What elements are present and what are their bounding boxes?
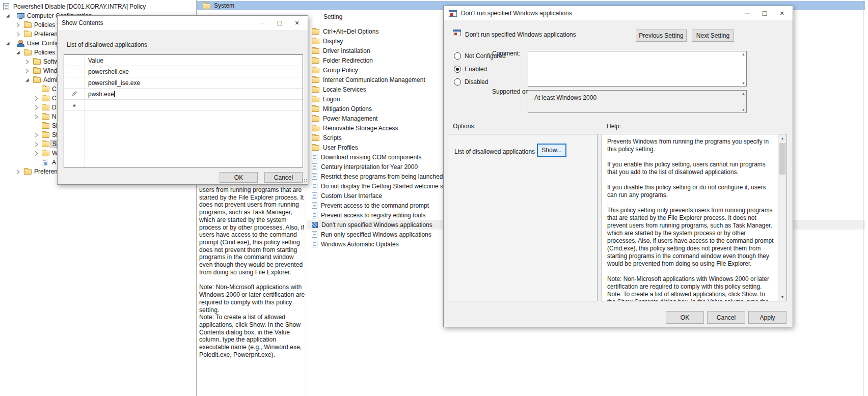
expand-chevron-icon[interactable]	[15, 32, 20, 37]
folder-icon	[24, 22, 32, 28]
row-selector-cell[interactable]	[64, 66, 85, 77]
previous-setting-button[interactable]: Previous Setting	[636, 30, 687, 42]
cancel-button[interactable]: Cancel	[264, 172, 303, 183]
policy-description-text: users from running programs that are sta…	[199, 186, 305, 358]
settings-item-label: Driver Installation	[323, 47, 370, 54]
show-button[interactable]: Show...	[537, 144, 566, 157]
maximize-icon[interactable]: □	[756, 7, 773, 20]
maximize-icon[interactable]: □	[271, 16, 288, 30]
scroll-up-icon[interactable]: ▲	[742, 52, 745, 56]
row-selector-header	[64, 55, 85, 66]
tree-item-label: A	[50, 159, 58, 166]
scroll-up-icon[interactable]: ▲	[778, 134, 786, 142]
settings-item-label: Custom User Interface	[321, 192, 382, 200]
help-paragraph: Note: To create a list of allowed applic…	[607, 291, 774, 301]
radio-circle-icon	[454, 52, 461, 60]
show-contents-titlebar[interactable]: Show Contents ─ □ ×	[58, 16, 308, 30]
cancel-button[interactable]: Cancel	[707, 311, 745, 324]
expand-chevron-icon[interactable]	[34, 142, 39, 147]
value-table-row[interactable]: pwsh.exe	[64, 89, 303, 100]
setting-column-header[interactable]: Setting	[323, 13, 342, 20]
scroll-down-icon[interactable]: ▼	[742, 81, 745, 85]
value-cell[interactable]: powershell.exe	[85, 68, 129, 75]
radio-disabled[interactable]: Disabled	[454, 78, 489, 86]
expand-chevron-icon[interactable]	[34, 114, 39, 119]
ok-button[interactable]: OK	[666, 311, 704, 324]
expand-chevron-icon[interactable]	[34, 105, 39, 110]
tree-item[interactable]: Powershell Disable [DC01.KORAY.INTRA] Po…	[0, 2, 196, 11]
row-selector-cell[interactable]	[64, 77, 85, 88]
apply-button[interactable]: Apply	[748, 311, 786, 324]
ok-button[interactable]: OK	[220, 172, 258, 183]
folder-icon	[312, 39, 319, 44]
expand-chevron-icon[interactable]	[15, 169, 20, 174]
collapse-chevron-icon[interactable]	[5, 13, 10, 18]
close-icon[interactable]: ×	[773, 7, 791, 20]
expand-chevron-icon[interactable]	[34, 151, 39, 156]
value-table-row[interactable]: *	[64, 100, 303, 111]
collapse-chevron-icon[interactable]	[5, 41, 10, 46]
folder-icon	[312, 68, 319, 73]
comment-textarea[interactable]: ▲ ▼	[528, 51, 747, 87]
settings-item-label: Internet Communication Management	[323, 76, 425, 83]
value-table-row[interactable]: powershell.exe	[64, 66, 303, 77]
folder-icon	[33, 68, 41, 74]
settings-item-label: Restrict these programs from being launc…	[321, 173, 448, 180]
value-table[interactable]: Valuepowershell.exepowershell_ise.exepws…	[64, 54, 303, 167]
radio-enabled[interactable]: Enabled	[454, 65, 487, 73]
folder-icon	[312, 29, 319, 35]
policy-settings-dialog: Don't run specified Windows applications…	[443, 6, 793, 327]
scroll-up-icon[interactable]: ▲	[742, 92, 745, 95]
expand-chevron-icon[interactable]	[34, 132, 39, 137]
scroll-down-icon[interactable]: ▼	[742, 108, 745, 111]
expand-chevron-icon[interactable]	[34, 96, 39, 101]
folder-icon	[312, 145, 319, 151]
value-cell[interactable]: powershell_ise.exe	[85, 79, 140, 87]
table-column-divider	[85, 55, 85, 167]
help-paragraph: Prevents Windows from running the progra…	[607, 138, 774, 153]
setting-page-icon	[312, 192, 317, 199]
help-paragraph: If you disable this policy setting or do…	[607, 184, 774, 199]
description-paragraph: Note: Non-Microsoft applications with Wi…	[199, 284, 305, 314]
resize-grip[interactable]	[302, 178, 307, 183]
folder-icon	[42, 96, 49, 101]
all-settings-icon	[42, 159, 47, 165]
collapse-chevron-icon[interactable]	[24, 77, 30, 82]
tree-item-label: Admi	[42, 76, 59, 83]
policy-dialog-titlebar[interactable]: Don't run specified Windows applications…	[444, 6, 793, 20]
settings-item-label: Display	[323, 38, 343, 45]
folder-icon	[312, 48, 319, 54]
folder-icon	[42, 151, 49, 156]
tree-item-label: Policies	[33, 21, 57, 29]
row-selector-cell[interactable]: *	[64, 100, 85, 110]
computer-icon	[17, 13, 24, 18]
setting-page-icon	[312, 163, 317, 170]
settings-item-label: Locale Services	[323, 86, 366, 93]
settings-item-label: User Profiles	[323, 144, 358, 151]
expand-chevron-icon[interactable]	[24, 68, 30, 73]
value-column-header[interactable]: Value	[85, 57, 103, 64]
settings-item-label: Century interpretation for Year 2000	[321, 163, 418, 171]
scrollbar-thumb[interactable]	[779, 143, 785, 175]
scroll-down-icon[interactable]: ▼	[778, 293, 786, 301]
expand-chevron-icon[interactable]	[24, 59, 30, 64]
minimize-icon[interactable]: ─	[739, 7, 756, 20]
expand-chevron-icon[interactable]	[15, 22, 20, 27]
next-setting-button[interactable]: Next Setting	[692, 30, 734, 42]
settings-item-label: Ctrl+Alt+Del Options	[323, 28, 378, 35]
help-scrollbar[interactable]: ▲ ▼	[778, 134, 786, 301]
collapse-chevron-icon[interactable]	[15, 50, 20, 55]
settings-item-label: Group Policy	[323, 67, 358, 74]
row-selector-cell[interactable]	[64, 89, 85, 99]
setting-page-icon	[312, 231, 317, 238]
description-paragraph: Note: To create a list of allowed applic…	[199, 314, 305, 358]
value-table-row[interactable]: powershell_ise.exe	[64, 77, 303, 89]
setting-page-icon	[312, 202, 317, 209]
description-paragraph: users from running programs that are sta…	[199, 186, 305, 276]
settings-item-label: Prevent access to registry editing tools	[321, 212, 425, 219]
comment-label: Comment:	[492, 50, 520, 57]
close-icon[interactable]: ×	[288, 16, 306, 30]
folder-icon	[42, 123, 49, 129]
value-cell[interactable]: pwsh.exe	[85, 91, 115, 98]
minimize-icon[interactable]: ─	[254, 16, 271, 30]
